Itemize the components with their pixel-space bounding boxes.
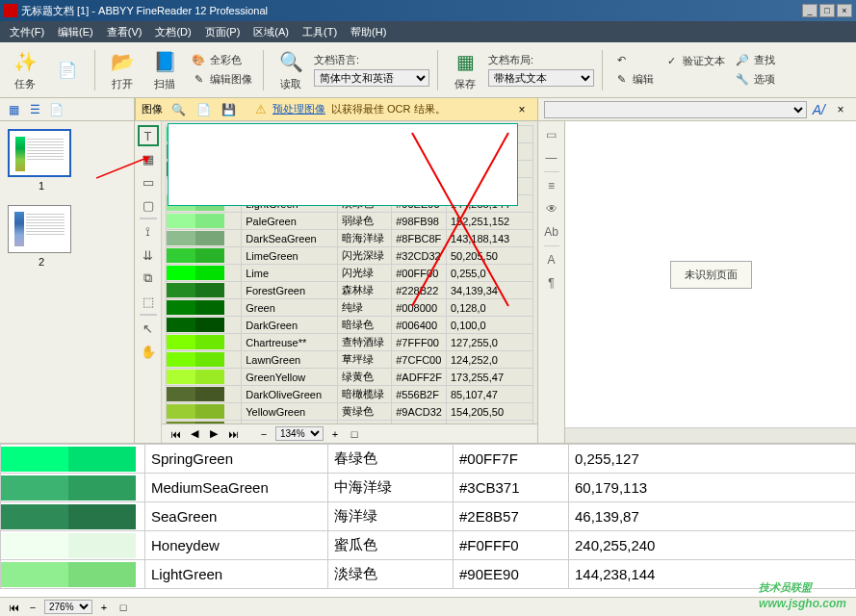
editimage-button[interactable]: ✎编辑图像 (188, 71, 255, 89)
options-button[interactable]: 🔧选项 (732, 71, 778, 89)
read-button[interactable]: 🔍 读取 (272, 46, 310, 94)
thumbnail-page-2[interactable]: 2 (8, 205, 75, 268)
doc-view-button[interactable]: 📄 (46, 101, 65, 118)
open-button[interactable]: 📂 打开 (103, 46, 142, 94)
zoom-out-button[interactable]: − (256, 426, 272, 442)
close-button[interactable]: × (837, 4, 852, 17)
pointer-tool[interactable]: ↖ (138, 318, 159, 339)
ab-tool[interactable]: Ab (542, 222, 561, 242)
text-panel: 未识别页面 (565, 121, 856, 443)
style-icon[interactable]: A/ (813, 102, 825, 117)
bottom-zoom-out-button[interactable]: − (25, 600, 40, 615)
new-doc-button[interactable]: 📄 (48, 46, 87, 94)
group-tool[interactable]: ▢ (138, 194, 159, 216)
zoom-in-button[interactable]: + (327, 426, 343, 442)
hand-tool[interactable]: ✋ (138, 341, 159, 362)
menu-help[interactable]: 帮助(H) (345, 23, 392, 41)
bottom-panel: SpringGreen春绿色#00FF7F0,255,127MediumSeaG… (0, 443, 856, 616)
maximize-button[interactable]: □ (819, 4, 835, 17)
recognition-zone[interactable] (168, 123, 518, 206)
next-button[interactable]: ▶ (206, 426, 221, 442)
menu-document[interactable]: 文档(D) (149, 23, 196, 41)
minimize-button[interactable]: _ (802, 4, 817, 17)
style-tool[interactable]: A (542, 250, 561, 270)
line-tool[interactable]: — (542, 148, 561, 167)
table-row: DarkSeaGreen暗海洋绿#8FBC8F143,188,143 (167, 230, 533, 247)
menu-file[interactable]: 文件(F) (4, 23, 50, 41)
window-title: 无标题文档 [1] - ABBYY FineReader 12 Professi… (21, 4, 802, 18)
first-button[interactable]: ⏮ (168, 426, 183, 442)
preprocess-link[interactable]: 预处理图像 (272, 102, 325, 116)
save-image-button[interactable]: 💾 (219, 101, 238, 118)
bottom-fit-button[interactable]: □ (116, 600, 131, 615)
layers-tool[interactable]: ⧉ (138, 268, 159, 289)
find-button[interactable]: 🔎查找 (732, 52, 778, 69)
image-view[interactable]: SpringGreen春绿色#00FF7F0,255,127MediumSeaG… (162, 121, 537, 443)
char-tool[interactable]: 👁 (542, 199, 561, 218)
text-scrollbar[interactable] (565, 427, 856, 443)
image-tools: T ▦ ▭ ▢ ⟟ ⇊ ⧉ ⬚ ↖ ✋ (135, 121, 162, 443)
table-row: LightGreen淡绿色#90EE90144,238,144 (1, 560, 856, 589)
thumbnail-page-1[interactable]: 1 (8, 129, 75, 192)
region-tool[interactable]: ▭ (542, 125, 561, 144)
layout-select[interactable]: 带格式文本 (488, 69, 594, 87)
menu-tools[interactable]: 工具(T) (297, 23, 343, 41)
paragraph-tool[interactable]: ¶ (542, 273, 561, 293)
ruler-tool[interactable]: ⟟ (138, 221, 159, 243)
prev-button[interactable]: ◀ (187, 426, 202, 442)
bottom-first-button[interactable]: ⏮ (6, 600, 21, 615)
image-zoom-bar: ⏮ ◀ ▶ ⏭ − 134% + □ (162, 424, 537, 443)
verify-button[interactable]: ✓验证文本 (661, 53, 728, 70)
scan-button[interactable]: 📘 扫描 (145, 46, 184, 94)
table-row: SpringGreen春绿色#00FF7F0,255,127 (1, 445, 856, 474)
not-recognized-label: 未识别页面 (670, 261, 752, 289)
bottom-view[interactable]: SpringGreen春绿色#00FF7F0,255,127MediumSeaG… (0, 444, 856, 597)
table-row: YellowGreen黄绿色#9ACD32154,205,50 (167, 403, 533, 421)
image-panel-label: 图像 (142, 102, 163, 116)
palette-icon: 🎨 (191, 53, 206, 68)
check-icon: ✓ (663, 54, 679, 69)
distribute-tool[interactable]: ⇊ (138, 244, 159, 266)
doclang-select[interactable]: 简体中文和英语 (314, 69, 429, 87)
text-tools: ▭ — ≡ 👁 Ab A ¶ (538, 121, 565, 443)
bottom-zoom-select[interactable]: 276% (44, 600, 92, 614)
table-row: Chartreuse**查特酒绿#7FFF00127,255,0 (167, 334, 533, 351)
list-view-button[interactable]: ☰ (25, 101, 44, 118)
menu-area[interactable]: 区域(A) (247, 23, 295, 41)
text-panel-close-button[interactable]: × (831, 101, 850, 118)
page-image-button[interactable]: 📄 (194, 101, 213, 118)
pencil-icon: ✎ (613, 72, 629, 88)
picture-area-tool[interactable]: ▭ (138, 171, 159, 192)
table-row: MediumSeaGreen中海洋绿#3CB37160,179,113 (1, 474, 856, 502)
wrench-icon: 🔧 (735, 72, 750, 88)
find-image-button[interactable]: 🔍 (169, 101, 188, 118)
text-area-tool[interactable]: T (138, 125, 159, 146)
thumb-view-button[interactable]: ▦ (4, 101, 23, 118)
image-panel: T ▦ ▭ ▢ ⟟ ⇊ ⧉ ⬚ ↖ ✋ SpringGreen春绿色#00FF7… (135, 121, 538, 443)
task-button[interactable]: ✨ 任务 (6, 46, 44, 94)
font-select[interactable] (544, 101, 807, 118)
read-icon: 🔍 (277, 48, 304, 75)
folder-icon: 📂 (109, 48, 136, 75)
fit-button[interactable]: □ (347, 426, 362, 442)
undo-button[interactable]: ↶ (610, 52, 657, 69)
last-button[interactable]: ⏭ (225, 426, 241, 442)
table-row: Green纯绿#0080000,128,0 (167, 299, 533, 317)
zoom-select[interactable]: 134% (275, 426, 324, 441)
close-banner-button[interactable]: × (512, 101, 532, 118)
fullcolor-button[interactable]: 🎨全彩色 (188, 52, 255, 69)
menu-edit[interactable]: 编辑(E) (52, 23, 99, 41)
crop-tool[interactable]: ⬚ (138, 291, 159, 312)
table-row: Lime闪光绿#00FF000,255,0 (167, 265, 533, 282)
menu-page[interactable]: 页面(P) (199, 23, 246, 41)
table-area-tool[interactable]: ▦ (138, 148, 159, 169)
warning-icon: ⚠ (255, 102, 267, 116)
menu-view[interactable]: 查看(V) (101, 23, 148, 41)
table-row: LawnGreen草坪绿#7CFC00124,252,0 (167, 351, 533, 369)
doclang-label: 文档语言: (314, 53, 429, 67)
bottom-zoom-in-button[interactable]: + (96, 600, 112, 615)
menubar: 文件(F) 编辑(E) 查看(V) 文档(D) 页面(P) 区域(A) 工具(T… (0, 21, 856, 42)
save-button[interactable]: ▦ 保存 (446, 46, 484, 94)
edit-button[interactable]: ✎编辑 (610, 71, 657, 89)
align-tool[interactable]: ≡ (542, 176, 561, 195)
